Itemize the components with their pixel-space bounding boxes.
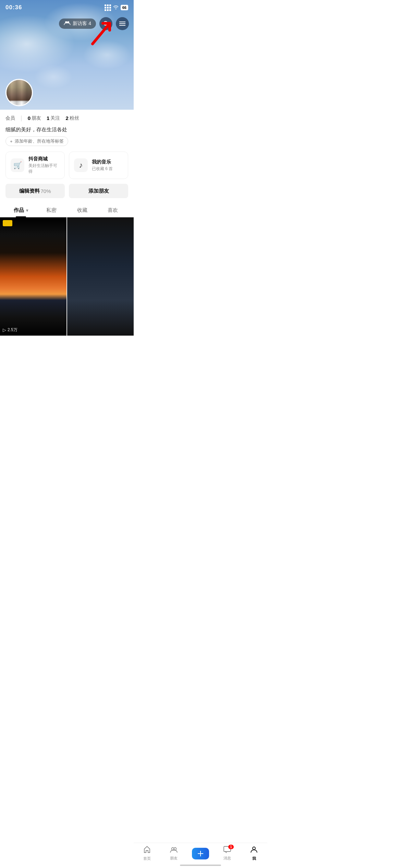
shop-icon: 🛒 (11, 158, 24, 172)
visitor-icon (64, 21, 71, 27)
edit-profile-button[interactable]: 编辑资料 70% (5, 184, 65, 198)
video-image-1 (0, 217, 66, 336)
music-icon: ♪ (74, 158, 88, 172)
tab-works-label: 作品 (14, 207, 24, 213)
tab-private-label: 私密 (46, 207, 57, 213)
tab-favorites[interactable]: 收藏 (67, 204, 98, 217)
hero-section: 新访客 4 (0, 0, 134, 110)
stats-row: 会员 | 0 朋友 1 关注 2 粉丝 (5, 114, 128, 122)
wifi-icon (113, 5, 119, 10)
video-thumbnail-2[interactable] (67, 217, 134, 336)
cards-row: 🛒 抖音商城 美好生活触手可得 ♪ 我的音乐 已收藏 6 首 (0, 152, 134, 179)
bio: 细腻的美好，存在生活各处 (5, 126, 128, 133)
add-friend-button[interactable]: 添加朋友 (69, 184, 128, 198)
add-friend-label: 添加朋友 (88, 188, 109, 194)
video-image-2 (67, 217, 134, 336)
friends-count: 0 (28, 115, 31, 121)
tab-works[interactable]: 作品 ▾ (5, 204, 36, 217)
tab-likes[interactable]: 喜欢 (98, 204, 129, 217)
stat-followers[interactable]: 2 粉丝 (65, 115, 79, 121)
tabs-row: 作品 ▾ 私密 收藏 喜欢 (0, 204, 134, 217)
tab-private[interactable]: 私密 (36, 204, 67, 217)
stat-member: 会员 (5, 115, 15, 121)
signal-icon (105, 4, 111, 11)
svg-line-3 (107, 25, 109, 26)
shop-title: 抖音商城 (28, 156, 60, 162)
following-label: 关注 (50, 115, 60, 121)
play-count-1: 2.5万 (8, 327, 17, 333)
content-grid: ▷ 2.5万 (0, 217, 134, 336)
member-label: 会员 (5, 115, 15, 121)
action-row: 编辑资料 70% 添加朋友 (0, 184, 134, 198)
shop-card[interactable]: 🛒 抖音商城 美好生活触手可得 (5, 152, 65, 179)
followers-label: 粉丝 (70, 115, 79, 121)
avatar-image (7, 80, 32, 105)
edit-profile-pct: 70% (40, 188, 51, 194)
edit-profile-label: 编辑资料 (19, 188, 40, 194)
new-visitor-button[interactable]: 新访客 4 (59, 19, 96, 29)
tab-favorites-label: 收藏 (77, 207, 87, 213)
new-visitor-label: 新访客 4 (73, 21, 91, 27)
video-badge-1 (3, 220, 12, 226)
following-count: 1 (47, 115, 49, 121)
status-time: 00:36 (5, 4, 22, 11)
video-thumbnail-1[interactable]: ▷ 2.5万 (0, 217, 66, 336)
music-card[interactable]: ♪ 我的音乐 已收藏 6 首 (69, 152, 128, 179)
music-sub: 已收藏 6 首 (92, 166, 113, 172)
avatar (5, 79, 33, 106)
play-icon-1: ▷ (3, 327, 6, 333)
followers-count: 2 (65, 115, 68, 121)
tab-works-arrow: ▾ (26, 208, 28, 213)
tab-likes-label: 喜欢 (108, 207, 118, 213)
profile-info: 会员 | 0 朋友 1 关注 2 粉丝 细腻的美好，存在生活各处 + 添加年龄、… (0, 110, 134, 152)
menu-button[interactable] (116, 17, 129, 30)
music-title: 我的音乐 (92, 159, 113, 165)
battery-indicator: 66 (121, 5, 128, 10)
friends-label: 朋友 (32, 115, 41, 121)
search-button[interactable] (99, 17, 112, 30)
video-play-info-1: ▷ 2.5万 (3, 327, 17, 333)
shop-sub: 美好生活触手可得 (28, 163, 60, 174)
tag-add-button[interactable]: + 添加年龄、所在地等标签 (5, 136, 68, 146)
tag-add-label: 添加年龄、所在地等标签 (15, 138, 64, 144)
stat-following[interactable]: 1 关注 (47, 115, 60, 121)
stat-friends[interactable]: 0 朋友 (28, 115, 41, 121)
status-bar: 00:36 66 (0, 0, 134, 15)
tag-add-icon: + (10, 139, 13, 144)
hero-top-buttons: 新访客 4 (59, 17, 129, 30)
status-icons: 66 (105, 4, 128, 11)
avatar-wrap (5, 79, 33, 106)
